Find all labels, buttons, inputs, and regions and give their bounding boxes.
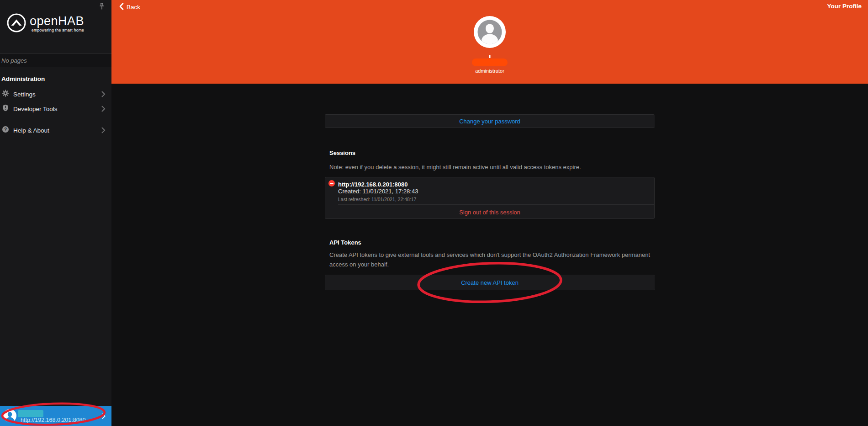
sidebar-section-administration: Administration bbox=[0, 75, 45, 82]
page-title: Your Profile bbox=[827, 3, 862, 10]
account-server-url: http://192.168.0.201:8080 bbox=[21, 417, 86, 423]
api-tokens-description: Create API tokens to give external tools… bbox=[329, 250, 663, 269]
sign-out-session-row[interactable]: Sign out of this session bbox=[325, 205, 654, 219]
username-tick-mark bbox=[489, 55, 491, 58]
session-url: http://192.168.0.201:8080 bbox=[338, 181, 408, 188]
delete-session-icon[interactable] bbox=[328, 180, 335, 188]
sidebar-item-help-about[interactable]: ? Help & About bbox=[0, 123, 111, 138]
session-card: http://192.168.0.201:8080 Created: 11/01… bbox=[325, 177, 655, 219]
back-label: Back bbox=[127, 4, 140, 11]
sidebar-item-settings[interactable]: Settings bbox=[0, 87, 111, 101]
account-name-redaction bbox=[18, 410, 43, 417]
back-button[interactable]: Back bbox=[119, 3, 140, 11]
change-password-link[interactable]: Change your password bbox=[459, 118, 520, 125]
chevron-right-icon bbox=[102, 413, 106, 421]
profile-content: Change your password Sessions Note: even… bbox=[111, 84, 868, 426]
profile-identity: administrator bbox=[444, 0, 535, 84]
question-circle-icon: ? bbox=[2, 126, 9, 135]
chevron-left-icon bbox=[119, 3, 124, 11]
user-avatar bbox=[474, 16, 506, 48]
account-server-item[interactable]: http://192.168.0.201:8080 bbox=[0, 406, 111, 426]
shield-exclamation-icon bbox=[2, 104, 9, 113]
sidebar: openHAB empowering the smart home No pag… bbox=[0, 0, 111, 426]
openhab-logo: openHAB empowering the smart home bbox=[6, 13, 84, 35]
brand-name: openHAB bbox=[30, 15, 84, 27]
session-last-refreshed: Last refreshed: 11/01/2021, 22:48:17 bbox=[338, 197, 416, 202]
session-created: Created: 11/01/2021, 17:28:43 bbox=[338, 188, 418, 195]
create-api-token-row[interactable]: Create new API token bbox=[325, 275, 655, 290]
brand-tagline: empowering the smart home bbox=[30, 28, 84, 32]
gear-icon bbox=[2, 90, 9, 99]
sidebar-item-label: Developer Tools bbox=[13, 106, 97, 112]
account-avatar bbox=[3, 409, 16, 422]
sidebar-item-label: Help & About bbox=[13, 127, 97, 134]
openhab-profile-page: openHAB empowering the smart home No pag… bbox=[0, 0, 868, 426]
sign-out-session-link[interactable]: Sign out of this session bbox=[459, 209, 520, 216]
chevron-right-icon bbox=[101, 127, 106, 133]
sidebar-item-label: Settings bbox=[13, 91, 97, 98]
openhab-logo-icon bbox=[6, 13, 26, 35]
sidebar-item-developer-tools[interactable]: Developer Tools bbox=[0, 101, 111, 116]
profile-header: Back Your Profile administrator bbox=[111, 0, 868, 84]
sessions-section-title: Sessions bbox=[329, 149, 355, 156]
username-redaction bbox=[472, 59, 508, 66]
svg-text:?: ? bbox=[4, 127, 7, 132]
pin-sidebar-icon[interactable] bbox=[98, 2, 106, 11]
chevron-right-icon bbox=[101, 106, 106, 112]
chevron-right-icon bbox=[101, 91, 106, 97]
user-role-label: administrator bbox=[475, 68, 504, 74]
create-api-token-link[interactable]: Create new API token bbox=[461, 279, 519, 286]
no-pages-label: No pages bbox=[0, 53, 111, 67]
sessions-note: Note: even if you delete a session, it m… bbox=[329, 162, 663, 172]
api-tokens-section-title: API Tokens bbox=[329, 239, 361, 246]
change-password-row[interactable]: Change your password bbox=[325, 114, 655, 128]
